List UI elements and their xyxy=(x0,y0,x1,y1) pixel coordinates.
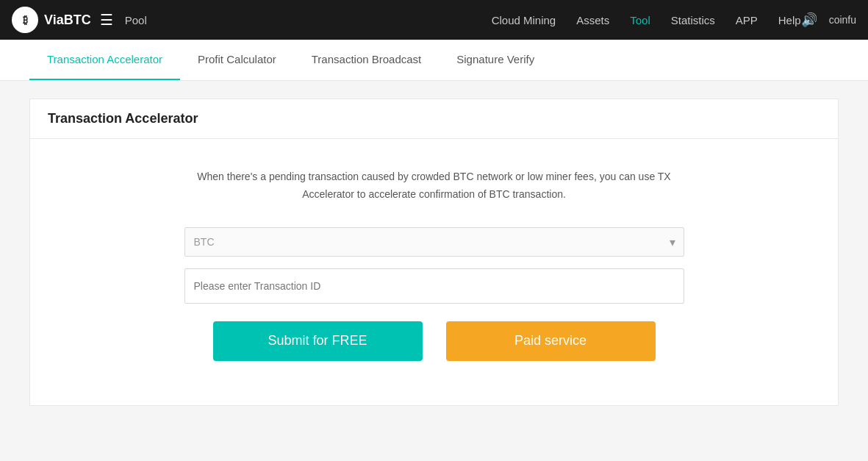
brand-name: ViaBTC xyxy=(44,12,91,28)
buttons-row: Submit for FREE Paid service xyxy=(184,321,684,361)
logo-icon: ₿ xyxy=(12,7,38,33)
page-section: Transaction Accelerator When there's a p… xyxy=(29,99,839,406)
hamburger-menu-icon[interactable]: ☰ xyxy=(100,11,113,29)
section-body: When there's a pending transaction cause… xyxy=(30,139,838,405)
nav-links: Pool Cloud Mining Assets Tool Statistics… xyxy=(125,14,801,26)
tabs-bar: Transaction Accelerator Profit Calculato… xyxy=(0,40,868,81)
tab-transaction-accelerator[interactable]: Transaction Accelerator xyxy=(29,40,180,80)
nav-statistics[interactable]: Statistics xyxy=(671,14,715,26)
tab-profit-calculator[interactable]: Profit Calculator xyxy=(180,40,294,80)
section-header: Transaction Accelerator xyxy=(30,99,838,139)
sound-icon[interactable]: 🔊 xyxy=(801,12,817,28)
page-title: Transaction Accelerator xyxy=(48,111,820,126)
nav-app[interactable]: APP xyxy=(736,14,758,26)
nav-cloud-mining[interactable]: Cloud Mining xyxy=(492,14,556,26)
tab-transaction-broadcast[interactable]: Transaction Broadcast xyxy=(294,40,440,80)
nav-pool[interactable]: Pool xyxy=(125,14,471,26)
txid-input[interactable] xyxy=(184,268,684,304)
currency-select-wrapper: BTC xyxy=(184,227,684,257)
nav-assets[interactable]: Assets xyxy=(576,14,609,26)
user-label[interactable]: coinfu xyxy=(829,14,856,26)
currency-select[interactable]: BTC xyxy=(184,227,684,257)
nav-tool[interactable]: Tool xyxy=(630,14,650,26)
description-text: When there's a pending transaction cause… xyxy=(184,168,684,204)
paid-service-button[interactable]: Paid service xyxy=(446,321,656,361)
form-area: BTC Submit for FREE Paid service xyxy=(184,227,684,361)
navbar: ₿ ViaBTC ☰ Pool Cloud Mining Assets Tool… xyxy=(0,0,868,40)
navbar-right: 🔊 coinfu xyxy=(801,12,856,28)
main-content: Transaction Accelerator When there's a p… xyxy=(0,81,868,424)
submit-free-button[interactable]: Submit for FREE xyxy=(213,321,423,361)
tab-signature-verify[interactable]: Signature Verify xyxy=(439,40,552,80)
nav-help[interactable]: Help xyxy=(778,14,801,26)
logo[interactable]: ₿ ViaBTC xyxy=(12,7,91,33)
